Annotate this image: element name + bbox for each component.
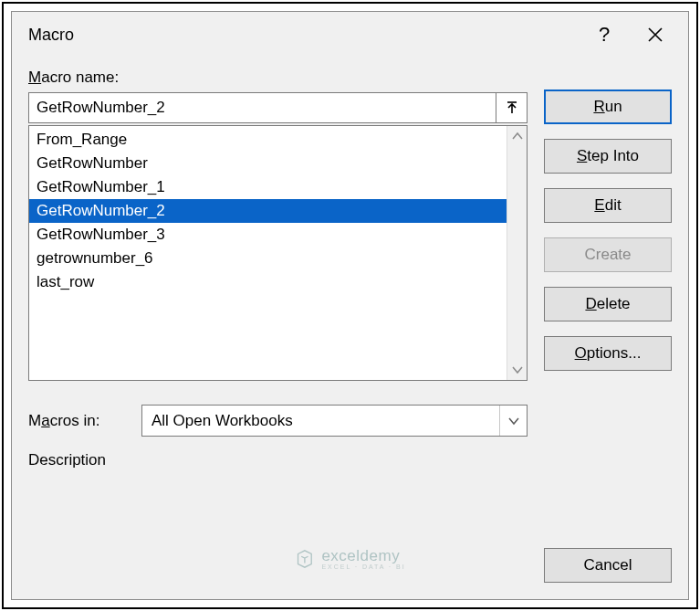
run-button[interactable]: Run (544, 90, 672, 124)
outer-frame: Macro ? Macro name: From_Range (2, 2, 698, 609)
cancel-button[interactable]: Cancel (544, 548, 672, 583)
description-label: Description (28, 451, 528, 469)
help-icon: ? (599, 23, 610, 47)
dialog-body: Macro name: From_Range GetRowNumber GetR… (12, 58, 688, 548)
macro-listbox[interactable]: From_Range GetRowNumber GetRowNumber_1 G… (28, 125, 528, 381)
chevron-up-icon (511, 130, 524, 142)
macros-in-select[interactable]: All Open Workbooks (141, 405, 528, 437)
titlebar: Macro ? (12, 12, 688, 58)
edit-button[interactable]: Edit (544, 188, 672, 223)
options-button[interactable]: Options... (544, 336, 672, 371)
dialog-title: Macro (28, 26, 579, 45)
macros-in-row: Macros in: All Open Workbooks (28, 405, 528, 437)
up-arrow-icon (505, 100, 519, 115)
macro-dialog: Macro ? Macro name: From_Range (11, 11, 689, 600)
select-arrow (499, 406, 527, 436)
list-item[interactable]: last_row (29, 270, 527, 294)
scrollbar[interactable] (507, 126, 527, 380)
list-item[interactable]: GetRowNumber (29, 152, 527, 175)
help-button[interactable]: ? (579, 16, 630, 53)
step-into-button[interactable]: Step Into (544, 139, 672, 174)
chevron-down-icon (511, 363, 524, 376)
close-button[interactable] (630, 16, 681, 53)
macro-name-input[interactable] (28, 92, 496, 123)
macro-name-label: Macro name: (28, 68, 528, 87)
list-item[interactable]: From_Range (29, 128, 527, 152)
macros-in-label: Macros in: (28, 412, 127, 430)
list-item[interactable]: GetRowNumber_2 (29, 199, 527, 223)
list-item[interactable]: GetRowNumber_3 (29, 223, 527, 247)
delete-button[interactable]: Delete (544, 287, 672, 321)
macro-go-button[interactable] (496, 92, 528, 123)
macro-name-row (28, 92, 528, 123)
create-button: Create (544, 237, 672, 272)
macros-in-value: All Open Workbooks (142, 412, 499, 430)
list-inner: From_Range GetRowNumber GetRowNumber_1 G… (29, 126, 527, 380)
right-column: Run Step Into Edit Create Delete Options… (544, 68, 672, 535)
list-item[interactable]: getrownumber_6 (29, 247, 527, 270)
dialog-footer: Cancel (12, 548, 688, 599)
left-column: Macro name: From_Range GetRowNumber GetR… (28, 68, 528, 535)
list-item[interactable]: GetRowNumber_1 (29, 175, 527, 199)
close-icon (647, 26, 663, 43)
chevron-down-icon (507, 415, 520, 427)
